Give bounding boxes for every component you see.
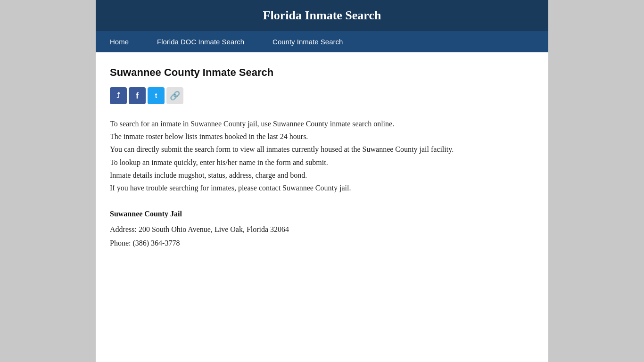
facebook-button[interactable]: f — [129, 87, 146, 104]
jail-phone: Phone: (386) 364-3778 — [110, 237, 534, 250]
jail-address-label: Address: — [110, 225, 137, 233]
nav-item-florida-doc[interactable]: Florida DOC Inmate Search — [143, 31, 258, 52]
description-line-1: To search for an inmate in Suwannee Coun… — [110, 117, 534, 130]
description-line-6: If you have trouble searching for inmate… — [110, 181, 534, 194]
description-line-2: The inmate roster below lists inmates bo… — [110, 130, 534, 143]
nav-item-county-search[interactable]: County Inmate Search — [258, 31, 357, 52]
site-title: Florida Inmate Search — [105, 8, 539, 23]
jail-phone-value: (386) 364-3778 — [132, 239, 180, 247]
copy-link-button[interactable]: 🔗 — [166, 87, 183, 104]
twitter-button[interactable]: t — [148, 87, 165, 104]
social-share: ⤴ f t 🔗 — [110, 87, 534, 104]
jail-address: Address: 200 South Ohio Avenue, Live Oak… — [110, 223, 534, 237]
jail-phone-label: Phone: — [110, 239, 131, 247]
jail-address-value: 200 South Ohio Avenue, Live Oak, Florida… — [139, 225, 289, 233]
page-heading: Suwannee County Inmate Search — [110, 66, 534, 79]
main-content: Suwannee County Inmate Search ⤴ f t 🔗 To… — [96, 52, 548, 269]
jail-name: Suwannee County Jail — [110, 207, 534, 221]
description-line-4: To lookup an inmate quickly, enter his/h… — [110, 156, 534, 169]
description-line-3: You can directly submit the search form … — [110, 143, 534, 156]
jail-info: Suwannee County Jail Address: 200 South … — [110, 207, 534, 250]
description-line-5: Inmate details include mugshot, status, … — [110, 169, 534, 181]
site-header: Florida Inmate Search — [96, 0, 548, 31]
nav-item-home[interactable]: Home — [96, 31, 143, 52]
description-block: To search for an inmate in Suwannee Coun… — [110, 117, 534, 194]
main-nav: Home Florida DOC Inmate Search County In… — [96, 31, 548, 52]
share-button[interactable]: ⤴ — [110, 87, 127, 104]
